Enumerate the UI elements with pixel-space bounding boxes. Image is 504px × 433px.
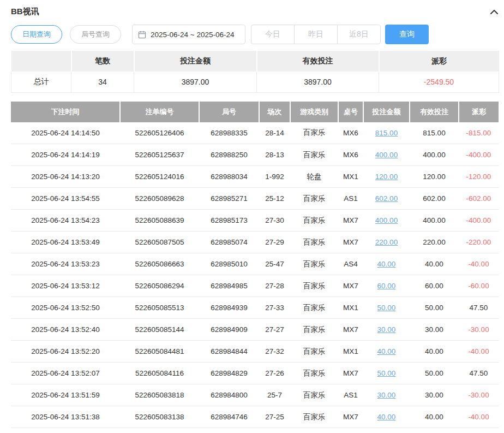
- header-session: 场次: [259, 102, 290, 122]
- payout-cell: -400.00: [459, 144, 499, 166]
- bet-time-cell: 2025-06-24 13:51:38: [11, 406, 120, 428]
- game-type-cell: 百家乐: [290, 144, 338, 166]
- bet-slip-no-cell: 522605125637: [120, 144, 199, 166]
- table-row: 2025-06-24 13:51:59522605083818628984800…: [11, 384, 499, 406]
- collapse-panel-button[interactable]: [490, 9, 499, 15]
- bet-time-cell: 2025-06-24 14:14:19: [11, 144, 120, 166]
- valid-bet-cell: 400.00: [410, 144, 459, 166]
- table-row: 2025-06-24 14:14:19522605125637628988250…: [11, 144, 499, 166]
- bet-amount-link[interactable]: 50.00: [377, 369, 396, 377]
- valid-bet-cell: 400.00: [410, 210, 459, 232]
- bet-amount-cell: 220.00: [363, 232, 410, 253]
- bet-amount-link[interactable]: 30.00: [377, 325, 396, 334]
- table-no-cell: MX1: [338, 341, 363, 363]
- bet-amount-cell: 30.00: [363, 384, 410, 406]
- game-type-cell: 百家乐: [290, 253, 338, 275]
- session-cell: 27-27: [259, 319, 290, 341]
- payout-cell: -60.00: [459, 275, 499, 297]
- table-row: 2025-06-24 13:52:20522605084481628984844…: [11, 341, 499, 363]
- bet-time-cell: 2025-06-24 13:52:20: [11, 341, 120, 363]
- payout-cell: -400.00: [459, 210, 499, 232]
- round-no-cell: 628984829: [199, 363, 259, 384]
- header-valid-bet: 有效投注: [410, 102, 459, 122]
- header-game-type: 游戏类别: [290, 102, 338, 122]
- valid-bet-cell: 30.00: [410, 319, 459, 341]
- bet-amount-link[interactable]: 400.00: [375, 216, 398, 224]
- page-title: BB视讯: [11, 7, 39, 17]
- yesterday-button[interactable]: 昨日: [294, 25, 338, 44]
- game-type-cell: 百家乐: [290, 188, 338, 210]
- session-cell: 27-28: [259, 275, 290, 297]
- table-no-cell: MX7: [338, 319, 363, 341]
- bet-table-body: 2025-06-24 14:14:50522605126406628988335…: [11, 122, 499, 428]
- table-no-cell: AS4: [338, 253, 363, 275]
- session-cell: 27-30: [259, 210, 290, 232]
- valid-bet-cell: 40.00: [410, 406, 459, 428]
- round-no-cell: 628985074: [199, 232, 259, 253]
- bet-amount-link[interactable]: 120.00: [375, 173, 398, 181]
- table-no-cell: MX7: [338, 210, 363, 232]
- last-8-days-button[interactable]: 近8日: [337, 25, 381, 44]
- bet-amount-cell: 30.00: [363, 319, 410, 341]
- query-button[interactable]: 查询: [385, 25, 429, 44]
- bet-time-cell: 2025-06-24 13:51:59: [11, 384, 120, 406]
- bet-time-cell: 2025-06-24 13:53:12: [11, 275, 120, 297]
- header-bet-time: 下注时间: [11, 102, 120, 122]
- bet-amount-link[interactable]: 815.00: [375, 129, 398, 137]
- round-query-tab[interactable]: 局号查询: [70, 25, 121, 44]
- bet-amount-cell: 40.00: [363, 341, 410, 363]
- header-payout: 派彩: [459, 102, 499, 122]
- session-cell: 27-32: [259, 341, 290, 363]
- today-button[interactable]: 今日: [251, 25, 295, 44]
- bet-time-cell: 2025-06-24 13:54:23: [11, 210, 120, 232]
- bet-amount-link[interactable]: 40.00: [377, 347, 396, 355]
- bet-amount-cell: 50.00: [363, 297, 410, 319]
- bet-time-cell: 2025-06-24 13:52:07: [11, 363, 120, 384]
- bet-amount-link[interactable]: 50.00: [377, 304, 396, 312]
- table-row: 2025-06-24 13:53:49522605087505628985074…: [11, 232, 499, 253]
- round-no-cell: 628984939: [199, 297, 259, 319]
- bet-slip-no-cell: 522605084481: [120, 341, 199, 363]
- summary-total-label: 总计: [11, 72, 71, 92]
- session-cell: 28-13: [259, 144, 290, 166]
- round-no-cell: 628985271: [199, 188, 259, 210]
- table-no-cell: MX7: [338, 406, 363, 428]
- bet-amount-link[interactable]: 60.00: [377, 282, 396, 290]
- panel-header: BB视讯: [11, 0, 499, 22]
- bet-slip-no-cell: 522605126406: [120, 122, 199, 144]
- header-round-no: 局号: [199, 102, 259, 122]
- bet-records-table: 下注时间 注单编号 局号 场次 游戏类别 桌号 投注金额 有效投注 派彩 202…: [11, 102, 499, 429]
- bet-amount-cell: 60.00: [363, 275, 410, 297]
- chevron-up-icon: [490, 9, 499, 15]
- bet-amount-link[interactable]: 30.00: [377, 391, 396, 399]
- bet-time-cell: 2025-06-24 13:53:23: [11, 253, 120, 275]
- round-no-cell: 628984844: [199, 341, 259, 363]
- bet-amount-link[interactable]: 40.00: [377, 260, 396, 268]
- table-no-cell: MX6: [338, 144, 363, 166]
- bet-amount-cell: 815.00: [363, 122, 410, 144]
- table-no-cell: MX7: [338, 363, 363, 384]
- bet-amount-link[interactable]: 220.00: [375, 238, 398, 246]
- summary-bet-amount-value: 3897.00: [134, 72, 257, 92]
- bet-amount-link[interactable]: 40.00: [377, 413, 396, 421]
- bet-amount-cell: 40.00: [363, 406, 410, 428]
- game-type-cell: 百家乐: [290, 122, 338, 144]
- game-type-cell: 百家乐: [290, 232, 338, 253]
- session-cell: 27-33: [259, 297, 290, 319]
- date-range-picker[interactable]: 2025-06-24 ~ 2025-06-24: [132, 25, 245, 44]
- date-query-tab[interactable]: 日期查询: [11, 25, 62, 44]
- round-no-cell: 628988034: [199, 166, 259, 188]
- valid-bet-cell: 50.00: [410, 297, 459, 319]
- payout-cell: -815.00: [459, 122, 499, 144]
- valid-bet-cell: 120.00: [410, 166, 459, 188]
- payout-cell: 47.50: [459, 297, 499, 319]
- summary-header-count: 笔数: [71, 51, 134, 72]
- bet-amount-link[interactable]: 400.00: [375, 151, 398, 159]
- payout-cell: -40.00: [459, 406, 499, 428]
- round-no-cell: 628984746: [199, 406, 259, 428]
- bet-slip-no-cell: 522605083818: [120, 384, 199, 406]
- bet-amount-link[interactable]: 602.00: [375, 194, 398, 203]
- session-cell: 25-12: [259, 188, 290, 210]
- table-row: 2025-06-24 13:52:07522605084116628984829…: [11, 363, 499, 384]
- payout-cell: -40.00: [459, 253, 499, 275]
